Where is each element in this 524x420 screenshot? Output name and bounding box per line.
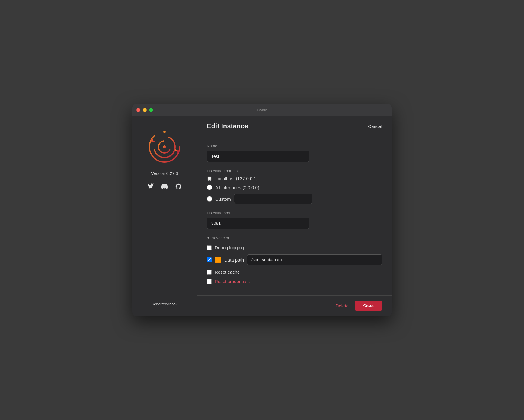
cancel-button[interactable]: Cancel: [368, 124, 382, 129]
page-title: Edit Instance: [207, 122, 248, 130]
discord-icon[interactable]: [161, 183, 168, 192]
radio-custom-input[interactable]: [207, 196, 212, 202]
advanced-label: Advanced: [212, 236, 229, 240]
radio-localhost-input[interactable]: [207, 176, 212, 181]
close-button[interactable]: [136, 108, 140, 112]
reset-cache-item[interactable]: Reset cache: [207, 269, 382, 275]
name-input[interactable]: [207, 151, 309, 162]
radio-localhost-label: Localhost (127.0.0.1): [215, 176, 258, 181]
listening-address-label: Listening address: [207, 169, 382, 173]
minimize-button[interactable]: [143, 108, 147, 112]
svg-point-3: [163, 145, 166, 148]
debug-logging-label: Debug logging: [215, 245, 244, 250]
send-feedback-link[interactable]: Send feedback: [152, 302, 178, 309]
radio-custom-label: Custom: [215, 196, 231, 202]
svg-point-7: [163, 131, 166, 133]
radio-group: Localhost (127.0.0.1) All interfaces (0.…: [207, 176, 382, 204]
save-button[interactable]: Save: [355, 301, 382, 311]
advanced-chevron-icon: ▼: [207, 236, 210, 240]
twitter-icon[interactable]: [147, 183, 154, 192]
debug-logging-checkbox[interactable]: [207, 245, 212, 250]
maximize-button[interactable]: [149, 108, 153, 112]
name-label: Name: [207, 144, 382, 148]
form-area: Name Listening address Localhost (127.0.…: [197, 136, 392, 295]
app-window: Caido: [132, 104, 392, 316]
data-path-icon: 🟧: [215, 256, 221, 263]
data-path-checkbox[interactable]: [207, 257, 212, 262]
listening-port-label: Listening port: [207, 211, 382, 215]
data-path-label: Data path: [224, 257, 244, 262]
listening-address-group: Listening address Localhost (127.0.0.1) …: [207, 169, 382, 204]
traffic-lights: [136, 108, 153, 112]
custom-address-input[interactable]: [234, 194, 312, 204]
listening-port-input[interactable]: [207, 218, 309, 229]
listening-port-group: Listening port: [207, 211, 382, 229]
radio-localhost[interactable]: Localhost (127.0.0.1): [207, 176, 382, 181]
version-text: Version 0.27.3: [151, 171, 178, 176]
advanced-toggle[interactable]: ▼ Advanced: [207, 236, 382, 240]
app-title: Caido: [257, 108, 267, 112]
radio-all-interfaces-input[interactable]: [207, 185, 212, 190]
logo-container: [146, 129, 183, 166]
radio-all-interfaces-label: All interfaces (0.0.0.0): [215, 185, 259, 190]
reset-cache-checkbox[interactable]: [207, 270, 212, 275]
delete-button[interactable]: Delete: [336, 303, 349, 308]
titlebar: Caido: [132, 104, 392, 116]
advanced-section: ▼ Advanced Debug logging 🟧 Data path: [207, 236, 382, 284]
radio-custom[interactable]: Custom: [207, 194, 382, 204]
reset-credentials-item[interactable]: Reset credentials: [207, 279, 382, 284]
social-icons: [147, 183, 182, 192]
data-path-input[interactable]: [247, 254, 382, 265]
reset-cache-label: Reset cache: [215, 269, 240, 275]
github-icon[interactable]: [175, 183, 182, 192]
reset-credentials-checkbox[interactable]: [207, 279, 212, 284]
app-body: Version 0.27.3: [132, 116, 392, 316]
radio-all-interfaces[interactable]: All interfaces (0.0.0.0): [207, 185, 382, 190]
sidebar: Version 0.27.3: [132, 116, 197, 316]
name-group: Name: [207, 144, 382, 162]
data-path-row: 🟧 Data path: [207, 254, 382, 265]
footer: Delete Save: [197, 295, 392, 316]
main-header: Edit Instance Cancel: [197, 116, 392, 136]
reset-credentials-label: Reset credentials: [215, 279, 250, 284]
main-content: Edit Instance Cancel Name Listening addr…: [197, 116, 392, 316]
debug-logging-item[interactable]: Debug logging: [207, 245, 382, 250]
caido-logo: [146, 129, 183, 165]
svg-point-8: [177, 150, 179, 153]
svg-point-9: [151, 139, 153, 142]
